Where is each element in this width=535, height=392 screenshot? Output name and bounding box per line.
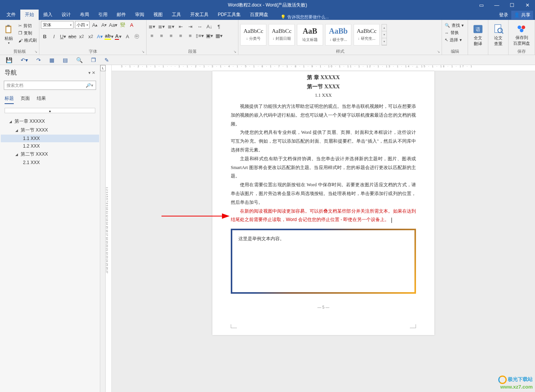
subscript-button[interactable]: x2: [78, 33, 85, 40]
nav-item[interactable]: ◢第一节 XXXX: [1, 126, 99, 135]
minimize-icon[interactable]: —: [489, 0, 504, 10]
nav-item[interactable]: 1.1 XXX: [1, 135, 99, 142]
style-item[interactable]: AaBb↓ 硕士学...: [325, 24, 351, 46]
multilevel-button[interactable]: ≣▾: [167, 23, 175, 30]
login-button[interactable]: 登录: [499, 12, 508, 18]
nav-search-input[interactable]: 搜索文档 🔎▾: [4, 81, 96, 90]
style-item[interactable]: AaBbCc↓ 研究生...: [354, 24, 380, 46]
tab-tools[interactable]: 工具: [167, 10, 186, 20]
shrink-font-button[interactable]: A▾: [100, 21, 108, 29]
strike-button[interactable]: abc: [69, 33, 76, 40]
nav-item[interactable]: ◢第二节 XXXX: [1, 150, 99, 159]
qat-icon[interactable]: ✎: [104, 57, 109, 63]
highlight-button[interactable]: ab▾: [105, 33, 113, 40]
text-box[interactable]: 这里是举例文本内容。: [231, 229, 416, 294]
document-area[interactable]: 3 · 1 · 2 · 1 · 1 · 1 · · · 1 · 1 · 2 · …: [112, 65, 535, 392]
tab-view[interactable]: 视图: [149, 10, 167, 20]
superscript-button[interactable]: x2: [87, 33, 95, 40]
style-item[interactable]: AaBbCc↓ 分类号: [240, 24, 266, 46]
increase-indent-button[interactable]: ⇥: [186, 23, 194, 30]
tab-mailings[interactable]: 邮件: [112, 10, 130, 20]
distribute-button[interactable]: ≡: [186, 32, 194, 39]
decrease-indent-button[interactable]: ⇤: [177, 23, 184, 30]
nav-collapse-button[interactable]: ▴: [5, 108, 95, 113]
dialog-launcher-icon[interactable]: ↘: [233, 50, 237, 54]
align-center-button[interactable]: ≡: [158, 32, 165, 39]
save-baidu-button[interactable]: 保存到百度网盘: [510, 21, 533, 48]
tab-references[interactable]: 引用: [94, 10, 112, 20]
doc-paragraph[interactable]: 为使您的文档具有专业外观，Word 提供了页眉、页脚、封面和文本框设计，这些设计…: [231, 128, 416, 154]
cut-button[interactable]: ✂剪切: [18, 23, 38, 29]
nav-tab-headings[interactable]: 标题: [5, 95, 14, 104]
phonetic-button[interactable]: 變: [119, 21, 126, 29]
tab-layout[interactable]: 布局: [75, 10, 94, 20]
style-item[interactable]: AaB论文标题: [297, 24, 323, 46]
qat-icon[interactable]: 🔍: [76, 57, 83, 63]
translate-button[interactable]: 语 全文翻译: [470, 21, 486, 49]
borders-button[interactable]: ▦▾: [215, 32, 223, 39]
qat-icon[interactable]: ❐: [91, 57, 96, 63]
align-right-button[interactable]: ≡: [167, 32, 175, 39]
nav-item[interactable]: 2.1 XXX: [1, 159, 99, 166]
save-icon[interactable]: 💾: [6, 57, 12, 63]
bold-button[interactable]: B: [41, 33, 49, 40]
doc-heading2[interactable]: 第一节 XXXX: [231, 83, 416, 90]
style-item[interactable]: AaBbCc↓ 封面日期: [269, 24, 295, 46]
show-marks-button[interactable]: ¶: [215, 23, 223, 30]
undo-icon[interactable]: ↶▾: [21, 57, 28, 63]
char-shading-button[interactable]: A: [124, 33, 131, 40]
close-icon[interactable]: ✕: [520, 0, 535, 10]
nav-close-button[interactable]: ▾ ✕: [88, 70, 95, 75]
tab-design[interactable]: 设计: [57, 10, 75, 20]
doc-heading3[interactable]: 1.1 XXX: [231, 93, 416, 98]
replace-button[interactable]: ↔替换: [444, 30, 466, 36]
ltr-button[interactable]: ↔: [196, 23, 204, 30]
align-left-button[interactable]: ≡: [148, 32, 156, 39]
doc-heading1[interactable]: 第 章 XXXXX: [231, 74, 416, 81]
numbering-button[interactable]: ≣▾: [158, 23, 165, 30]
font-name-input[interactable]: 宋体▾: [41, 21, 73, 29]
doc-paragraph[interactable]: 主题和样式也有助于文档保持协调。当您单击设计并选择新的主题时，图片、图表或 Sm…: [231, 155, 416, 181]
thesis-check-button[interactable]: 论文查重: [490, 21, 507, 49]
font-size-input[interactable]: 小四▾: [75, 21, 90, 29]
bullets-button[interactable]: ≣▾: [148, 23, 156, 30]
qat-icon[interactable]: ▦: [49, 57, 54, 63]
enclose-char-button[interactable]: ㊥: [133, 33, 140, 40]
format-painter-button[interactable]: 🖌格式刷: [18, 37, 38, 44]
tell-me[interactable]: 💡 告诉我您想要做什么...: [281, 14, 329, 20]
underline-button[interactable]: U▾: [59, 33, 67, 40]
find-button[interactable]: 🔍查找▾: [444, 23, 466, 28]
justify-button[interactable]: ≡: [177, 32, 184, 39]
tab-baidu-netdisk[interactable]: 百度网盘: [245, 10, 273, 20]
qat-icon[interactable]: ▤: [63, 57, 68, 63]
grow-font-button[interactable]: A▴: [91, 21, 99, 29]
dialog-launcher-icon[interactable]: ↘: [142, 50, 145, 54]
select-button[interactable]: ↖选择▾: [444, 37, 466, 43]
char-border-button[interactable]: A: [128, 21, 135, 29]
dialog-launcher-icon[interactable]: ↘: [34, 50, 38, 54]
change-case-button[interactable]: Aa▾: [109, 21, 117, 29]
redo-icon[interactable]: ↷: [36, 57, 41, 63]
tab-developer[interactable]: 开发工具: [186, 10, 213, 20]
shading-button[interactable]: ▣▾: [206, 32, 213, 39]
tab-review[interactable]: 审阅: [130, 10, 149, 20]
tab-pdf-tools[interactable]: PDF工具集: [213, 10, 245, 20]
nav-tab-results[interactable]: 结果: [37, 95, 46, 104]
tab-insert[interactable]: 插入: [39, 10, 57, 20]
dialog-launcher-icon[interactable]: ↘: [437, 50, 440, 54]
sort-button[interactable]: A↓: [206, 23, 213, 30]
maximize-icon[interactable]: ☐: [504, 0, 520, 10]
tab-file[interactable]: 文件: [2, 10, 20, 20]
font-color-button[interactable]: A▾: [114, 33, 122, 40]
doc-paragraph[interactable]: 视频提供了功能强大的方法帮助您证明您的观点。当您单击联机视频时，可以在想要添加的…: [231, 102, 416, 128]
nav-tab-pages[interactable]: 页面: [21, 95, 30, 104]
paste-button[interactable]: 粘贴 ▾: [2, 21, 16, 48]
copy-button[interactable]: ❐复制: [18, 30, 38, 36]
share-button[interactable]: 👤 共享: [511, 11, 533, 20]
ruler-selector[interactable]: L: [100, 65, 106, 392]
doc-paragraph-highlight[interactable]: 在新的阅读视图中阅读更加容易。可以折叠文档某些部分并关注所需文本。如果在达到结尾…: [231, 207, 416, 224]
nav-item[interactable]: 1.2 XXX: [1, 142, 99, 150]
nav-item[interactable]: ◢第一章 XXXXX: [1, 117, 99, 126]
italic-button[interactable]: I: [50, 33, 58, 40]
ribbon-display-icon[interactable]: ▭: [474, 0, 489, 10]
